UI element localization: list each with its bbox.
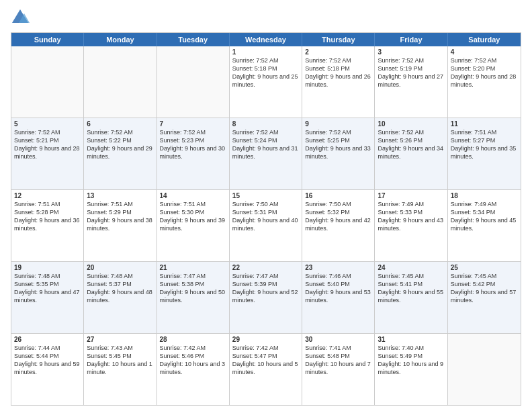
- day-info: Sunrise: 7:48 AM Sunset: 5:37 PM Dayligh…: [87, 272, 153, 305]
- calendar-day-14: 14Sunrise: 7:51 AM Sunset: 5:30 PM Dayli…: [157, 190, 230, 261]
- day-info: Sunrise: 7:50 AM Sunset: 5:32 PM Dayligh…: [305, 200, 371, 233]
- calendar-day-1: 1Sunrise: 7:52 AM Sunset: 5:18 PM Daylig…: [230, 46, 302, 118]
- day-number: 11: [451, 120, 518, 128]
- day-info: Sunrise: 7:49 AM Sunset: 5:34 PM Dayligh…: [451, 200, 518, 233]
- weekday-header-tuesday: Tuesday: [157, 33, 230, 46]
- day-info: Sunrise: 7:46 AM Sunset: 5:40 PM Dayligh…: [305, 272, 371, 305]
- day-number: 25: [451, 264, 518, 271]
- weekday-header-wednesday: Wednesday: [230, 33, 302, 46]
- day-info: Sunrise: 7:51 AM Sunset: 5:27 PM Dayligh…: [451, 128, 518, 161]
- calendar-week-4: 19Sunrise: 7:48 AM Sunset: 5:35 PM Dayli…: [11, 261, 521, 333]
- day-number: 4: [451, 48, 518, 56]
- calendar-day-26: 26Sunrise: 7:44 AM Sunset: 5:44 PM Dayli…: [11, 334, 84, 405]
- day-info: Sunrise: 7:42 AM Sunset: 5:47 PM Dayligh…: [232, 344, 299, 377]
- day-info: Sunrise: 7:45 AM Sunset: 5:42 PM Dayligh…: [451, 272, 518, 305]
- calendar-day-6: 6Sunrise: 7:52 AM Sunset: 5:22 PM Daylig…: [84, 118, 157, 189]
- calendar-day-20: 20Sunrise: 7:48 AM Sunset: 5:37 PM Dayli…: [84, 262, 157, 333]
- day-info: Sunrise: 7:52 AM Sunset: 5:20 PM Dayligh…: [451, 56, 518, 89]
- day-number: 22: [232, 264, 299, 271]
- calendar-day-25: 25Sunrise: 7:45 AM Sunset: 5:42 PM Dayli…: [448, 262, 521, 333]
- day-info: Sunrise: 7:40 AM Sunset: 5:49 PM Dayligh…: [378, 344, 444, 377]
- calendar-day-28: 28Sunrise: 7:42 AM Sunset: 5:46 PM Dayli…: [157, 334, 230, 405]
- calendar-day-13: 13Sunrise: 7:51 AM Sunset: 5:29 PM Dayli…: [84, 190, 157, 261]
- day-info: Sunrise: 7:51 AM Sunset: 5:30 PM Dayligh…: [160, 200, 226, 233]
- day-number: 14: [160, 192, 226, 199]
- calendar-header: SundayMondayTuesdayWednesdayThursdayFrid…: [11, 33, 521, 46]
- day-number: 16: [305, 192, 371, 199]
- day-info: Sunrise: 7:50 AM Sunset: 5:31 PM Dayligh…: [232, 200, 299, 233]
- day-info: Sunrise: 7:52 AM Sunset: 5:25 PM Dayligh…: [305, 128, 371, 161]
- day-info: Sunrise: 7:52 AM Sunset: 5:23 PM Dayligh…: [160, 128, 226, 161]
- calendar-day-29: 29Sunrise: 7:42 AM Sunset: 5:47 PM Dayli…: [230, 334, 302, 405]
- calendar-week-5: 26Sunrise: 7:44 AM Sunset: 5:44 PM Dayli…: [11, 333, 521, 405]
- calendar-day-21: 21Sunrise: 7:47 AM Sunset: 5:38 PM Dayli…: [157, 262, 230, 333]
- day-number: 12: [14, 192, 81, 199]
- day-info: Sunrise: 7:52 AM Sunset: 5:24 PM Dayligh…: [232, 128, 299, 161]
- calendar-week-2: 5Sunrise: 7:52 AM Sunset: 5:21 PM Daylig…: [11, 118, 521, 189]
- day-number: 5: [14, 120, 81, 128]
- weekday-header-thursday: Thursday: [302, 33, 375, 46]
- calendar-day-17: 17Sunrise: 7:49 AM Sunset: 5:33 PM Dayli…: [375, 190, 447, 261]
- header: [11, 8, 521, 27]
- calendar-week-1: 1Sunrise: 7:52 AM Sunset: 5:18 PM Daylig…: [11, 46, 521, 118]
- page: SundayMondayTuesdayWednesdayThursdayFrid…: [0, 0, 532, 411]
- day-number: 21: [160, 264, 226, 271]
- day-info: Sunrise: 7:45 AM Sunset: 5:41 PM Dayligh…: [378, 272, 444, 305]
- calendar-day-empty: [11, 46, 84, 118]
- day-info: Sunrise: 7:49 AM Sunset: 5:33 PM Dayligh…: [378, 200, 444, 233]
- day-number: 19: [14, 264, 81, 271]
- calendar-day-5: 5Sunrise: 7:52 AM Sunset: 5:21 PM Daylig…: [11, 118, 84, 189]
- calendar-day-30: 30Sunrise: 7:41 AM Sunset: 5:48 PM Dayli…: [302, 334, 375, 405]
- calendar-day-4: 4Sunrise: 7:52 AM Sunset: 5:20 PM Daylig…: [448, 46, 521, 118]
- day-number: 26: [14, 336, 81, 343]
- day-info: Sunrise: 7:43 AM Sunset: 5:45 PM Dayligh…: [87, 344, 153, 377]
- day-number: 7: [160, 120, 226, 128]
- day-info: Sunrise: 7:47 AM Sunset: 5:38 PM Dayligh…: [160, 272, 226, 305]
- calendar-day-10: 10Sunrise: 7:52 AM Sunset: 5:26 PM Dayli…: [375, 118, 447, 189]
- day-info: Sunrise: 7:52 AM Sunset: 5:26 PM Dayligh…: [378, 128, 444, 161]
- calendar-day-empty: [448, 334, 521, 405]
- weekday-header-saturday: Saturday: [448, 33, 521, 46]
- day-info: Sunrise: 7:41 AM Sunset: 5:48 PM Dayligh…: [305, 344, 371, 377]
- day-number: 13: [87, 192, 153, 199]
- calendar-day-18: 18Sunrise: 7:49 AM Sunset: 5:34 PM Dayli…: [448, 190, 521, 261]
- day-number: 2: [305, 48, 371, 56]
- calendar-day-16: 16Sunrise: 7:50 AM Sunset: 5:32 PM Dayli…: [302, 190, 375, 261]
- calendar-day-15: 15Sunrise: 7:50 AM Sunset: 5:31 PM Dayli…: [230, 190, 302, 261]
- calendar-day-3: 3Sunrise: 7:52 AM Sunset: 5:19 PM Daylig…: [375, 46, 447, 118]
- day-number: 27: [87, 336, 153, 343]
- day-info: Sunrise: 7:42 AM Sunset: 5:46 PM Dayligh…: [160, 344, 226, 377]
- calendar-day-11: 11Sunrise: 7:51 AM Sunset: 5:27 PM Dayli…: [448, 118, 521, 189]
- logo: [11, 8, 32, 27]
- day-info: Sunrise: 7:51 AM Sunset: 5:29 PM Dayligh…: [87, 200, 153, 233]
- day-info: Sunrise: 7:48 AM Sunset: 5:35 PM Dayligh…: [14, 272, 81, 305]
- day-number: 17: [378, 192, 444, 199]
- calendar-day-22: 22Sunrise: 7:47 AM Sunset: 5:39 PM Dayli…: [230, 262, 302, 333]
- calendar-day-empty: [157, 46, 230, 118]
- day-number: 9: [305, 120, 371, 128]
- day-number: 6: [87, 120, 153, 128]
- calendar-day-empty: [84, 46, 157, 118]
- calendar: SundayMondayTuesdayWednesdayThursdayFrid…: [11, 32, 521, 406]
- calendar-day-9: 9Sunrise: 7:52 AM Sunset: 5:25 PM Daylig…: [302, 118, 375, 189]
- day-info: Sunrise: 7:52 AM Sunset: 5:18 PM Dayligh…: [232, 56, 299, 89]
- day-number: 18: [451, 192, 518, 199]
- day-number: 28: [160, 336, 226, 343]
- day-number: 30: [305, 336, 371, 343]
- day-info: Sunrise: 7:47 AM Sunset: 5:39 PM Dayligh…: [232, 272, 299, 305]
- calendar-day-7: 7Sunrise: 7:52 AM Sunset: 5:23 PM Daylig…: [157, 118, 230, 189]
- weekday-header-friday: Friday: [375, 33, 447, 46]
- day-info: Sunrise: 7:52 AM Sunset: 5:18 PM Dayligh…: [305, 56, 371, 89]
- day-info: Sunrise: 7:52 AM Sunset: 5:22 PM Dayligh…: [87, 128, 153, 161]
- calendar-day-31: 31Sunrise: 7:40 AM Sunset: 5:49 PM Dayli…: [375, 334, 447, 405]
- weekday-header-monday: Monday: [84, 33, 157, 46]
- day-info: Sunrise: 7:44 AM Sunset: 5:44 PM Dayligh…: [14, 344, 81, 377]
- weekday-header-sunday: Sunday: [11, 33, 84, 46]
- logo-icon: [11, 8, 30, 27]
- day-number: 24: [378, 264, 444, 271]
- calendar-body: 1Sunrise: 7:52 AM Sunset: 5:18 PM Daylig…: [11, 46, 521, 405]
- day-number: 31: [378, 336, 444, 343]
- calendar-week-3: 12Sunrise: 7:51 AM Sunset: 5:28 PM Dayli…: [11, 189, 521, 261]
- day-number: 29: [232, 336, 299, 343]
- day-number: 15: [232, 192, 299, 199]
